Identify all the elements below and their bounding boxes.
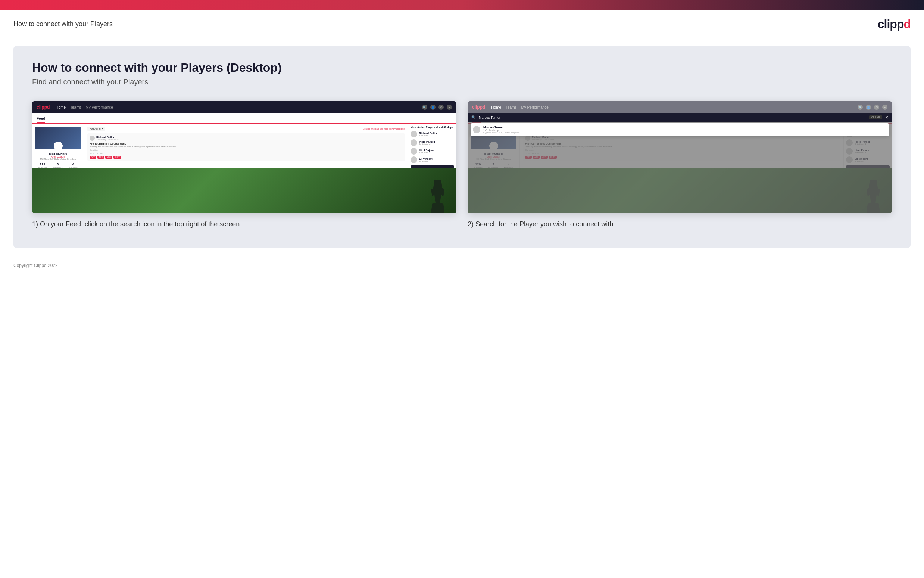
activity-desc: Walking the course with my coach to buil… bbox=[89, 146, 403, 148]
search-icon-overlay: 🔍 bbox=[471, 115, 476, 120]
header: How to connect with your Players clippd bbox=[0, 10, 924, 38]
player-acts-3: Activities: 3 bbox=[419, 152, 434, 154]
activity-card: Richard Butler Yesterday · The Grove Pre… bbox=[87, 133, 405, 161]
user-icon-right: 👤 bbox=[866, 104, 871, 110]
app-nav-items: Home Teams My Performance bbox=[56, 105, 113, 109]
app-logo: clippd bbox=[37, 104, 50, 110]
app-nav-icons: 🔍 👤 ⚙ ● bbox=[422, 104, 452, 110]
player-avatar-4 bbox=[411, 156, 417, 163]
app-screenshot-left: clippd Home Teams My Performance 🔍 👤 ⚙ ● bbox=[32, 101, 456, 213]
app-columns: Blair McHarg Golf Coach Mill Ride Golf C… bbox=[32, 123, 456, 199]
profile-location: Mill Ride Golf Club, United Kingdom bbox=[35, 158, 81, 160]
following-button[interactable]: Following ▾ bbox=[87, 127, 105, 131]
footer: Copyright Clippd 2022 bbox=[0, 255, 924, 276]
player-info-2: Piers Parnell Activities: 4 bbox=[419, 140, 435, 145]
tag-putt: PUTT bbox=[113, 156, 121, 159]
player-name-1: Richard Butler bbox=[419, 132, 437, 135]
nav-teams-right: Teams bbox=[506, 105, 516, 109]
caption-right: 2) Search for the Player you wish to con… bbox=[468, 219, 892, 229]
active-player-1: Richard Butler Activities: 7 bbox=[411, 131, 454, 137]
app-nav-icons-right: 🔍 👤 ⚙ ● bbox=[858, 104, 887, 110]
golf-photo bbox=[84, 169, 408, 199]
profile-stats: 129 Activities 3 Followers 4 Following bbox=[35, 162, 81, 169]
search-overlay: 🔍 Marcus Turner CLEAR ✕ Marcus Turner 1-… bbox=[468, 113, 892, 213]
activity-header: Richard Butler Yesterday · The Grove bbox=[89, 136, 403, 141]
player-name-2: Piers Parnell bbox=[419, 140, 435, 143]
avatar bbox=[54, 141, 63, 149]
nav-teams[interactable]: Teams bbox=[70, 105, 81, 109]
feed-tab: Feed Blair McHarg Golf Coach Mill Ride G bbox=[32, 113, 456, 199]
active-player-2: Piers Parnell Activities: 4 bbox=[411, 139, 454, 146]
profile-banner bbox=[35, 127, 81, 149]
search-icon-right: 🔍 bbox=[858, 104, 863, 110]
player-avatar-1 bbox=[411, 131, 417, 137]
activity-duration-label: Duration bbox=[89, 149, 403, 151]
feed-column: Following ▾ Control who can see your act… bbox=[84, 123, 408, 199]
active-player-4: Eli Vincent Activities: 1 bbox=[411, 156, 454, 163]
tag-arg: ARG bbox=[105, 156, 112, 159]
clear-button[interactable]: CLEAR bbox=[869, 115, 882, 120]
nav-home[interactable]: Home bbox=[56, 105, 66, 109]
search-result-avatar bbox=[473, 126, 480, 133]
nav-home-right: Home bbox=[491, 105, 501, 109]
search-icon[interactable]: 🔍 bbox=[422, 104, 427, 110]
clippd-logo: clippd bbox=[878, 17, 911, 31]
active-player-3: Hiral Pujara Activities: 3 bbox=[411, 148, 454, 154]
avatar-icon[interactable]: ● bbox=[447, 104, 452, 110]
header-divider bbox=[13, 38, 911, 39]
app-screenshot-right: clippd Home Teams My Performance 🔍 👤 ⚙ ● bbox=[468, 101, 892, 213]
app-nav-items-right: Home Teams My Performance bbox=[491, 105, 549, 109]
nav-my-performance[interactable]: My Performance bbox=[86, 105, 113, 109]
stat-following: 4 Following bbox=[69, 162, 78, 169]
player-acts-4: Activities: 1 bbox=[419, 160, 432, 162]
search-result-dropdown[interactable]: Marcus Turner 1-5 Handicap Cypress Point… bbox=[471, 123, 889, 136]
search-result-info: Marcus Turner 1-5 Handicap Cypress Point… bbox=[483, 125, 519, 134]
profile-role: Golf Coach bbox=[35, 155, 81, 158]
feed-tab-bar: Feed bbox=[32, 113, 456, 123]
activity-user-info: Richard Butler Yesterday · The Grove bbox=[96, 136, 119, 141]
search-result-handicap: 1-5 Handicap bbox=[483, 129, 519, 132]
main-title: How to connect with your Players (Deskto… bbox=[32, 61, 892, 75]
player-info-1: Richard Butler Activities: 7 bbox=[419, 132, 437, 136]
top-bar bbox=[0, 0, 924, 10]
caption-left: 1) On your Feed, click on the search ico… bbox=[32, 219, 456, 229]
search-result-club: Cypress Point Club, United Kingdom bbox=[483, 132, 519, 134]
activity-tags: OTT APP ARG PUTT bbox=[89, 156, 403, 159]
player-avatar-3 bbox=[411, 148, 417, 154]
copyright: Copyright Clippd 2022 bbox=[13, 263, 58, 268]
search-result-name: Marcus Turner bbox=[483, 125, 519, 129]
following-bar: Following ▾ Control who can see your act… bbox=[87, 127, 405, 131]
app-navbar-right: clippd Home Teams My Performance 🔍 👤 ⚙ ● bbox=[468, 101, 892, 113]
settings-icon-right: ⚙ bbox=[874, 104, 879, 110]
search-input-overlay[interactable]: Marcus Turner bbox=[479, 116, 866, 120]
player-info-3: Hiral Pujara Activities: 3 bbox=[419, 149, 434, 154]
feed-tab-label[interactable]: Feed bbox=[37, 117, 45, 123]
activity-date: Yesterday · The Grove bbox=[96, 138, 119, 141]
player-name-4: Eli Vincent bbox=[419, 157, 432, 160]
avatar-icon-right: ● bbox=[882, 104, 887, 110]
player-acts-1: Activities: 7 bbox=[419, 135, 437, 136]
activity-time: 02 hr : 00 min bbox=[89, 153, 403, 154]
profile-name: Blair McHarg bbox=[35, 152, 81, 155]
search-bar-overlay: 🔍 Marcus Turner CLEAR ✕ bbox=[468, 113, 892, 122]
player-acts-2: Activities: 4 bbox=[419, 143, 435, 145]
user-icon[interactable]: 👤 bbox=[430, 104, 435, 110]
player-avatar-2 bbox=[411, 139, 417, 146]
activity-title: Pre Tournament Course Walk bbox=[89, 142, 403, 145]
close-icon[interactable]: ✕ bbox=[885, 115, 888, 120]
settings-icon[interactable]: ⚙ bbox=[439, 104, 444, 110]
player-info-4: Eli Vincent Activities: 1 bbox=[419, 157, 432, 162]
tag-app: APP bbox=[97, 156, 104, 159]
stat-activities: 129 Activities bbox=[38, 162, 47, 169]
screenshot-left: clippd Home Teams My Performance 🔍 👤 ⚙ ● bbox=[32, 101, 456, 229]
activities-count: 129 bbox=[38, 162, 47, 166]
most-active-title: Most Active Players - Last 30 days bbox=[411, 126, 454, 128]
activity-avatar bbox=[89, 136, 95, 141]
screenshot-right: clippd Home Teams My Performance 🔍 👤 ⚙ ● bbox=[468, 101, 892, 229]
page-title: How to connect with your Players bbox=[13, 20, 113, 28]
nav-my-performance-right: My Performance bbox=[521, 105, 548, 109]
stat-followers: 3 Followers bbox=[53, 162, 63, 169]
main-subtitle: Find and connect with your Players bbox=[32, 78, 892, 86]
main-content: How to connect with your Players (Deskto… bbox=[13, 46, 911, 248]
control-link[interactable]: Control who can see your activity and da… bbox=[363, 128, 405, 130]
